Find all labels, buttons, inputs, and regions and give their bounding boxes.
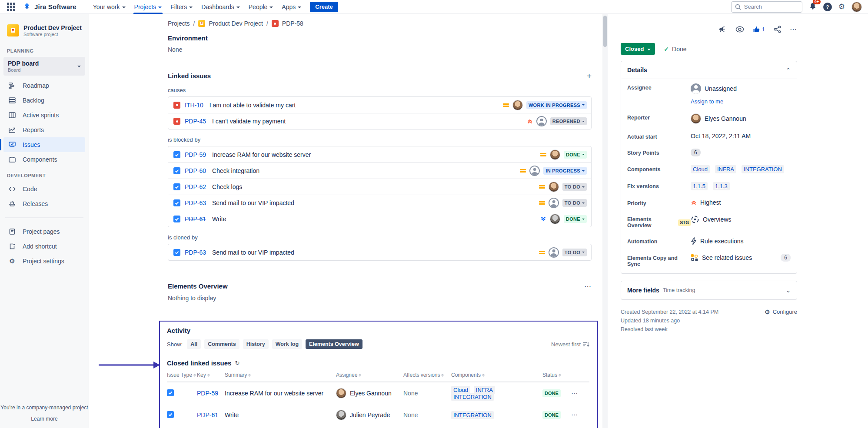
assignee-avatar[interactable] bbox=[549, 182, 559, 192]
component-link[interactable]: INFRA bbox=[715, 165, 736, 173]
issue-summary[interactable]: Check integration bbox=[212, 167, 515, 174]
sidebar-item-roadmap[interactable]: Roadmap bbox=[3, 78, 85, 93]
status-badge[interactable]: DONE bbox=[564, 215, 587, 223]
nav-people[interactable]: People bbox=[244, 0, 278, 14]
issue-summary[interactable]: Increase RAM for our website server bbox=[212, 151, 536, 158]
assignee-avatar[interactable] bbox=[550, 149, 560, 160]
more-fields-card[interactable]: More fields Time tracking bbox=[621, 281, 797, 300]
learn-more-link[interactable]: Learn more bbox=[0, 416, 89, 422]
like-button[interactable]: 1 bbox=[753, 26, 765, 33]
issue-key-link[interactable]: PDP-45 bbox=[185, 118, 206, 125]
column-assignee[interactable]: Assignee bbox=[336, 372, 403, 378]
status-badge[interactable]: TO DO bbox=[562, 249, 587, 256]
status-badge[interactable]: TO DO bbox=[562, 183, 587, 191]
nav-your-work[interactable]: Your work bbox=[89, 0, 130, 14]
issue-summary[interactable]: Check logs bbox=[212, 183, 535, 190]
issue-key-link[interactable]: PDP-59 bbox=[197, 390, 225, 397]
component-link[interactable]: INTEGRATION bbox=[451, 393, 494, 401]
column-components[interactable]: Components bbox=[451, 372, 542, 378]
refresh-icon[interactable] bbox=[235, 360, 239, 366]
sidebar-item-project-settings[interactable]: Project settings bbox=[3, 254, 85, 269]
settings-gear-icon[interactable] bbox=[838, 3, 845, 10]
breadcrumb-projects[interactable]: Projects bbox=[168, 20, 190, 27]
assignee-value[interactable]: Unassigned bbox=[705, 85, 737, 92]
sidebar-item-project-pages[interactable]: Project pages bbox=[3, 224, 85, 239]
unassigned-avatar-icon[interactable] bbox=[529, 166, 540, 176]
status-badge[interactable]: REOPENED bbox=[550, 117, 587, 125]
component-link[interactable]: Cloud bbox=[691, 165, 710, 173]
scrollbar-thumb[interactable] bbox=[603, 16, 607, 47]
user-avatar[interactable] bbox=[851, 2, 862, 12]
issue-key-link[interactable]: PDP-61 bbox=[197, 411, 225, 418]
status-badge[interactable]: TO DO bbox=[562, 199, 587, 207]
issue-key-link[interactable]: PDP-59 bbox=[185, 151, 206, 158]
board-switcher[interactable]: PDP board Board bbox=[3, 57, 85, 76]
tab-all[interactable]: All bbox=[187, 339, 201, 349]
create-button[interactable]: Create bbox=[310, 2, 338, 12]
column-key[interactable]: Key bbox=[197, 372, 225, 378]
breadcrumb-issue-key[interactable]: PDP-58 bbox=[282, 20, 303, 27]
assignee-avatar[interactable] bbox=[550, 214, 560, 224]
status-badge[interactable]: DONE bbox=[564, 151, 587, 159]
priority-value[interactable]: Highest bbox=[700, 199, 721, 206]
sidebar-item-reports[interactable]: Reports bbox=[3, 123, 85, 137]
issue-key-link[interactable]: PDP-63 bbox=[185, 199, 206, 206]
see-related-issues-link[interactable]: See related issues bbox=[702, 254, 752, 261]
sidebar-item-components[interactable]: Components bbox=[3, 152, 85, 167]
search-input[interactable] bbox=[744, 3, 792, 10]
actual-start-value[interactable]: Oct 18, 2022, 2:11 AM bbox=[691, 133, 791, 139]
issue-summary[interactable]: Increase RAM for our website server bbox=[225, 390, 336, 397]
issue-summary[interactable]: Send mail to our VIP impacted bbox=[212, 249, 535, 256]
reporter-value[interactable]: Elyes Gannoun bbox=[705, 115, 746, 122]
component-link[interactable]: INTEGRATION bbox=[742, 165, 784, 173]
share-icon[interactable] bbox=[774, 26, 781, 33]
app-switcher-icon[interactable] bbox=[6, 2, 16, 12]
vertical-scrollbar[interactable] bbox=[602, 14, 608, 428]
status-dropdown-button[interactable]: Closed bbox=[621, 43, 655, 55]
row-more-options-icon[interactable] bbox=[571, 411, 589, 419]
notifications-button[interactable]: 9+ bbox=[809, 2, 817, 11]
issue-summary[interactable]: I am not able to validate my cart bbox=[210, 102, 499, 109]
issue-key-link[interactable]: PDP-63 bbox=[185, 249, 206, 256]
assign-to-me-link[interactable]: Assign to me bbox=[691, 98, 791, 105]
issue-summary[interactable]: Write bbox=[225, 411, 336, 418]
sort-order-button[interactable]: Newest first bbox=[551, 341, 589, 348]
tab-work-log[interactable]: Work log bbox=[272, 339, 302, 349]
issue-key-link[interactable]: PDP-60 bbox=[185, 167, 206, 174]
configure-button[interactable]: Configure bbox=[765, 308, 797, 317]
rule-executions-link[interactable]: Rule executions bbox=[700, 238, 744, 245]
status-badge[interactable]: WORK IN PROGRESS bbox=[526, 101, 587, 109]
status-badge[interactable]: IN PROGRESS bbox=[543, 167, 587, 175]
nav-filters[interactable]: Filters bbox=[166, 0, 197, 14]
nav-apps[interactable]: Apps bbox=[277, 0, 306, 14]
feedback-megaphone-icon[interactable] bbox=[718, 26, 727, 33]
tab-comments[interactable]: Comments bbox=[204, 339, 239, 349]
tab-elements-overview[interactable]: Elements Overview bbox=[306, 339, 362, 349]
breadcrumb-project-name[interactable]: Product Dev Project bbox=[209, 20, 263, 27]
overviews-link[interactable]: Overviews bbox=[703, 216, 731, 223]
details-card-header[interactable]: Details bbox=[621, 61, 797, 79]
unassigned-avatar-icon[interactable] bbox=[536, 116, 547, 126]
issue-key-link[interactable]: ITH-10 bbox=[185, 102, 203, 109]
fix-version-link[interactable]: 1.1.5 bbox=[691, 182, 708, 190]
component-link[interactable]: INTEGRATION bbox=[451, 411, 494, 419]
help-icon[interactable] bbox=[823, 3, 832, 11]
issue-summary[interactable]: Send mail to our VIP impacted bbox=[212, 199, 535, 206]
column-issue-type[interactable]: Issue Type bbox=[167, 372, 197, 378]
more-options-icon[interactable] bbox=[584, 282, 592, 290]
issue-key-link[interactable]: PDP-61 bbox=[185, 216, 206, 222]
column-affects-versions[interactable]: Affects versions bbox=[403, 372, 451, 378]
jira-logo[interactable]: Jira Software bbox=[23, 3, 76, 11]
sidebar-item-releases[interactable]: Releases bbox=[3, 196, 85, 211]
sidebar-item-add-shortcut[interactable]: Add shortcut bbox=[3, 239, 85, 254]
sidebar-item-active-sprints[interactable]: Active sprints bbox=[3, 108, 85, 123]
watch-eye-icon[interactable] bbox=[735, 26, 744, 33]
row-more-options-icon[interactable] bbox=[571, 389, 589, 397]
more-actions-icon[interactable] bbox=[790, 25, 797, 33]
sidebar-item-backlog[interactable]: Backlog bbox=[3, 93, 85, 108]
search-box[interactable] bbox=[731, 1, 802, 13]
unassigned-avatar-icon[interactable] bbox=[549, 198, 559, 208]
sidebar-item-code[interactable]: Code bbox=[3, 182, 85, 196]
column-status[interactable]: Status bbox=[542, 372, 571, 378]
column-summary[interactable]: Summary bbox=[225, 372, 336, 378]
